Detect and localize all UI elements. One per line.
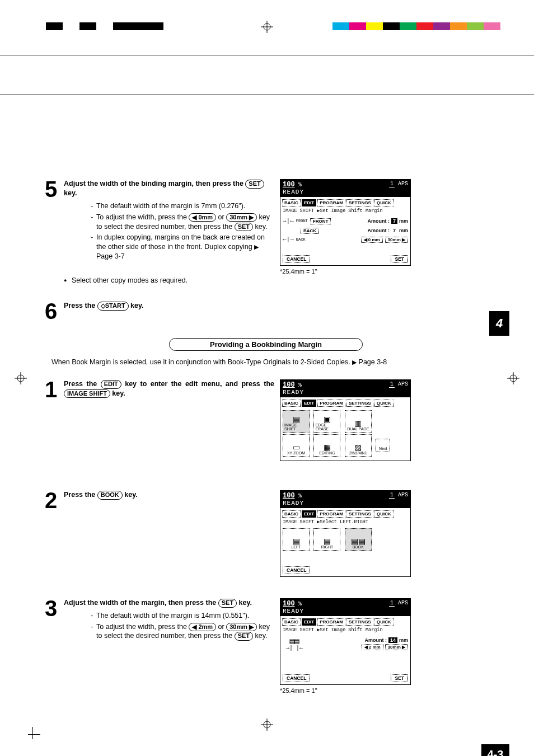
next-button[interactable]: Next (376, 439, 390, 452)
page-content: 4 5 Adjust the width of the binding marg… (45, 179, 487, 694)
dual-page-icon-button[interactable]: ▥DUAL PAGE (345, 410, 372, 433)
note-bullet: Select other copy modes as required. (64, 276, 274, 285)
tab-quick[interactable]: QUICK (374, 510, 394, 518)
step-2: 2 Press the BOOK key. 100 %1 APS READY B… (45, 490, 487, 588)
tab-program[interactable]: PROGRAM (317, 618, 345, 626)
set-key: SET (235, 223, 253, 232)
step-1: 1 Press the EDIT key to enter the edit m… (45, 379, 487, 480)
edge-erase-icon-button[interactable]: ▣EDGE ERASE (313, 410, 340, 433)
dec-0mm-key: ◀ 0mm (189, 213, 216, 222)
tab-settings[interactable]: SETTINGS (346, 510, 373, 518)
inc-button[interactable]: 30mm ▶ (385, 644, 408, 650)
tab-program[interactable]: PROGRAM (317, 510, 345, 518)
book-key: BOOK (97, 491, 123, 500)
edit-key: EDIT (101, 380, 121, 389)
tab-basic[interactable]: BASIC (282, 400, 301, 407)
book-icon: ▤▤ (290, 637, 299, 646)
step-6: 6 Press the ◇START key. (45, 301, 487, 321)
section-heading: Providing a Bookbinding Margin (45, 338, 487, 351)
lcd-panel-edit-menu: 100 %1 APS READY BASIC EDIT PROGRAM SETT… (280, 379, 411, 461)
lcd-panel-margin-front-back: 100 %1 APS READY BASIC EDIT PROGRAM SETT… (280, 179, 411, 266)
step-title: Adjust the width of the binding margin, … (64, 180, 264, 197)
step-number: 6 (45, 301, 64, 321)
tab-settings[interactable]: SETTINGS (346, 400, 373, 407)
set-key: SET (235, 632, 253, 641)
tab-quick[interactable]: QUICK (374, 400, 394, 407)
tab-edit[interactable]: EDIT (302, 510, 316, 518)
tab-quick[interactable]: QUICK (374, 199, 394, 206)
tab-basic[interactable]: BASIC (282, 510, 301, 518)
step-bullets: The default width of the margin is 7mm (… (68, 201, 274, 261)
step-5: 5 Adjust the width of the binding margin… (45, 179, 487, 291)
tab-quick[interactable]: QUICK (374, 618, 394, 626)
registration-cross-icon (507, 372, 519, 387)
set-key: SET (245, 180, 264, 189)
step-3: 3 Adjust the width of the margin, then p… (45, 598, 487, 694)
tab-edit[interactable]: EDIT (302, 400, 316, 407)
section-intro: When Book Margin is selected, use it in … (51, 358, 487, 367)
registration-bar (0, 22, 534, 56)
book-icon-button[interactable]: ▤▤BOOK (345, 528, 372, 551)
tab-settings[interactable]: SETTINGS (346, 618, 373, 626)
start-key: ◇START (97, 302, 129, 311)
image-shift-key: IMAGE SHIFT (64, 389, 110, 398)
tab-basic[interactable]: BASIC (282, 199, 301, 206)
inc-30mm-key: 30mm ▶ (226, 213, 257, 222)
dec-button[interactable]: ◀ 2 mm (362, 644, 383, 650)
step-number: 2 (45, 490, 64, 588)
lcd-panel-book-margin: 100 %1 APS READY BASIC EDIT PROGRAM SETT… (280, 598, 411, 685)
conversion-note: *25.4mm = 1" (280, 268, 414, 275)
registration-cross-icon (15, 372, 27, 387)
page-arrows-icon: →|← (283, 218, 294, 224)
tab-program[interactable]: PROGRAM (317, 400, 345, 407)
lcd-panel-select-lrb: 100 %1 APS READY BASIC EDIT PROGRAM SETT… (280, 490, 411, 577)
back-button[interactable]: BACK (301, 228, 319, 234)
step-number: 5 (45, 179, 64, 291)
set-key: SET (218, 599, 237, 608)
image-shift-icon-button[interactable]: ▤IMAGE SHIFT (283, 410, 310, 433)
cancel-button[interactable]: CANCEL (283, 566, 310, 574)
tab-program[interactable]: PROGRAM (317, 199, 345, 206)
conversion-note: *25.4mm = 1" (280, 687, 414, 694)
front-button[interactable]: FRONT (310, 218, 331, 224)
registration-cross-icon (261, 21, 273, 35)
inc-button[interactable]: 30mm ▶ (385, 237, 408, 243)
2in1-4in1-icon-button[interactable]: ▨2IN1/4IN1 (345, 434, 372, 457)
right-icon-button[interactable]: ▤RIGHT (313, 528, 340, 551)
cancel-button[interactable]: CANCEL (283, 255, 310, 263)
crop-mark-icon (28, 722, 45, 739)
inc-30mm-key: 30mm ▶ (226, 623, 257, 632)
page-arrows-icon: ←|→ (283, 236, 294, 243)
xy-zoom-icon-button[interactable]: ▭XY ZOOM (283, 434, 310, 457)
chapter-tab: 4 (489, 311, 509, 336)
black-registration-boxes (46, 22, 163, 32)
registration-cross-icon (261, 719, 273, 733)
editing-icon-button[interactable]: ▦EDITING (313, 434, 340, 457)
color-registration-boxes (332, 22, 500, 30)
dec-button[interactable]: ◀ 0 mm (361, 237, 383, 243)
set-button[interactable]: SET (391, 674, 408, 682)
cancel-button[interactable]: CANCEL (283, 674, 310, 682)
dec-2mm-key: ◀ 2mm (189, 623, 216, 632)
tab-settings[interactable]: SETTINGS (346, 199, 373, 206)
set-button[interactable]: SET (391, 255, 408, 263)
step-number: 1 (45, 379, 64, 480)
left-icon-button[interactable]: ▤LEFT (283, 528, 310, 551)
tab-edit[interactable]: EDIT (302, 618, 316, 626)
step-number: 3 (45, 598, 64, 694)
tab-edit[interactable]: EDIT (302, 199, 316, 206)
tab-basic[interactable]: BASIC (282, 618, 301, 626)
